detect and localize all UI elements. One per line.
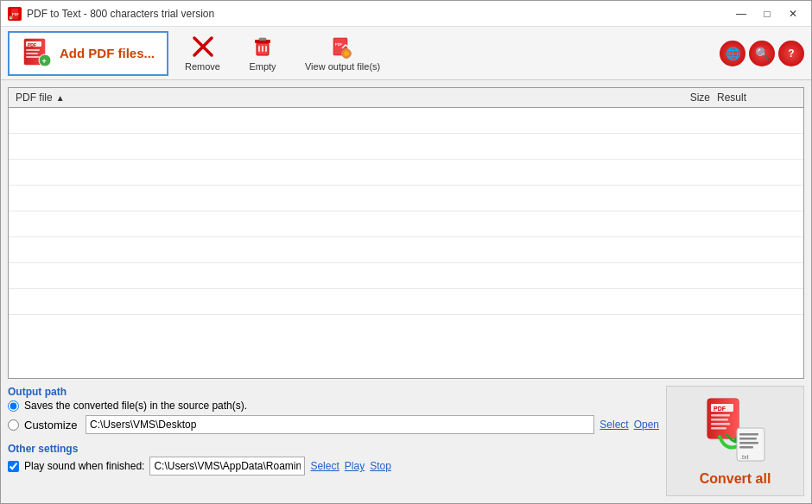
remove-label: Remove [185, 61, 220, 72]
remove-icon [191, 35, 215, 59]
table-header: PDF file ▲ Size Result [9, 88, 803, 108]
table-row [9, 134, 803, 160]
table-row [9, 108, 803, 134]
svg-text:+: + [42, 57, 47, 66]
play-sound-label: Play sound when finished: [24, 460, 144, 472]
svg-rect-36 [739, 433, 758, 436]
search-button[interactable]: 🔍 [749, 41, 775, 66]
select-sound-button[interactable]: Select [310, 460, 339, 472]
svg-rect-21 [265, 46, 267, 52]
radio-source-row: Saves the converted file(s) in the sourc… [8, 400, 659, 412]
help-button[interactable]: ? [778, 41, 804, 66]
radio-customize[interactable] [8, 419, 19, 431]
svg-text:.txt: .txt [740, 454, 748, 460]
svg-rect-9 [26, 49, 40, 51]
col-result-header: Result [710, 91, 796, 104]
output-path-section: Output path Saves the converted file(s) … [8, 386, 659, 434]
table-row [9, 237, 803, 263]
select-path-button[interactable]: Select [599, 419, 628, 431]
table-row [9, 211, 803, 237]
svg-text:+: + [10, 16, 12, 20]
table-row [9, 160, 803, 186]
col-file-header: PDF file ▲ [16, 91, 658, 104]
svg-rect-18 [259, 38, 266, 41]
open-path-button[interactable]: Open [634, 419, 659, 431]
svg-text:PDF: PDF [335, 42, 343, 47]
play-sound-checkbox[interactable] [8, 461, 19, 472]
stop-sound-button[interactable]: Stop [370, 460, 391, 472]
empty-button[interactable]: Empty [237, 30, 289, 76]
sound-path-input[interactable] [149, 457, 305, 476]
svg-rect-38 [739, 442, 758, 444]
svg-point-25 [344, 51, 349, 56]
svg-rect-20 [262, 46, 263, 52]
radio-source-label: Saves the converted file(s) in the sourc… [24, 400, 247, 412]
radio-source[interactable] [8, 400, 19, 412]
svg-text:PDF: PDF [714, 406, 726, 412]
convert-panel: PDF [666, 386, 804, 496]
svg-text:PDF: PDF [28, 42, 36, 47]
convert-all-button[interactable]: Convert all [700, 471, 771, 487]
output-path-title: Output path [8, 386, 659, 398]
play-sound-row: Play sound when finished: Select Play St… [8, 457, 659, 476]
svg-rect-31 [711, 419, 728, 421]
svg-rect-10 [26, 53, 38, 54]
svg-text:PDF: PDF [12, 12, 20, 16]
view-output-icon: PDF [331, 35, 355, 59]
svg-rect-19 [258, 46, 260, 52]
table-body [9, 108, 803, 374]
settings-panel: Output path Saves the converted file(s) … [8, 386, 659, 496]
customize-path-input[interactable] [86, 415, 594, 434]
add-pdf-label: Add PDF files... [60, 46, 155, 60]
other-settings-section: Other settings Play sound when finished:… [8, 443, 659, 476]
file-table: PDF file ▲ Size Result [8, 87, 804, 379]
globe-icon: 🌐 [726, 47, 740, 60]
svg-rect-32 [711, 423, 730, 425]
empty-icon [251, 35, 275, 59]
maximize-button[interactable]: □ [756, 5, 778, 22]
add-pdf-button[interactable]: PDF + Add PDF files... [8, 31, 168, 76]
title-bar: PDF + PDF to Text - 800 characters trial… [1, 1, 811, 27]
play-sound-button[interactable]: Play [345, 460, 365, 472]
convert-icon: PDF [701, 395, 770, 464]
col-size-header: Size [658, 91, 710, 104]
empty-label: Empty [249, 61, 276, 72]
main-content: PDF file ▲ Size Result [1, 80, 811, 503]
svg-rect-39 [739, 446, 753, 449]
add-pdf-icon: PDF + [22, 38, 53, 69]
window-title: PDF to Text - 800 characters trial versi… [27, 8, 214, 20]
svg-rect-37 [739, 438, 757, 440]
main-window: PDF + PDF to Text - 800 characters trial… [0, 0, 812, 504]
customize-label: Customize [24, 419, 80, 432]
other-settings-title: Other settings [8, 443, 659, 455]
app-icon: PDF + [8, 7, 22, 21]
bottom-section: Output path Saves the converted file(s) … [8, 386, 804, 496]
minimize-button[interactable]: — [730, 5, 752, 22]
globe-button[interactable]: 🌐 [720, 41, 745, 66]
svg-rect-11 [26, 56, 40, 58]
title-bar-controls: — □ ✕ [730, 5, 804, 22]
title-bar-left: PDF + PDF to Text - 800 characters trial… [8, 7, 214, 21]
table-row [9, 263, 803, 289]
table-row [9, 289, 803, 315]
toolbar: PDF + Add PDF files... Remove [1, 27, 811, 80]
view-output-button[interactable]: PDF View output file(s) [295, 30, 390, 76]
svg-rect-30 [711, 414, 730, 417]
toolbar-right-buttons: 🌐 🔍 ? [720, 41, 804, 66]
table-row [9, 186, 803, 211]
close-button[interactable]: ✕ [782, 5, 804, 22]
customize-row: Customize Select Open [8, 415, 659, 434]
svg-rect-33 [711, 427, 726, 430]
view-output-label: View output file(s) [305, 61, 380, 72]
help-icon: ? [788, 47, 794, 60]
search-icon: 🔍 [755, 47, 770, 60]
remove-button[interactable]: Remove [175, 30, 230, 76]
